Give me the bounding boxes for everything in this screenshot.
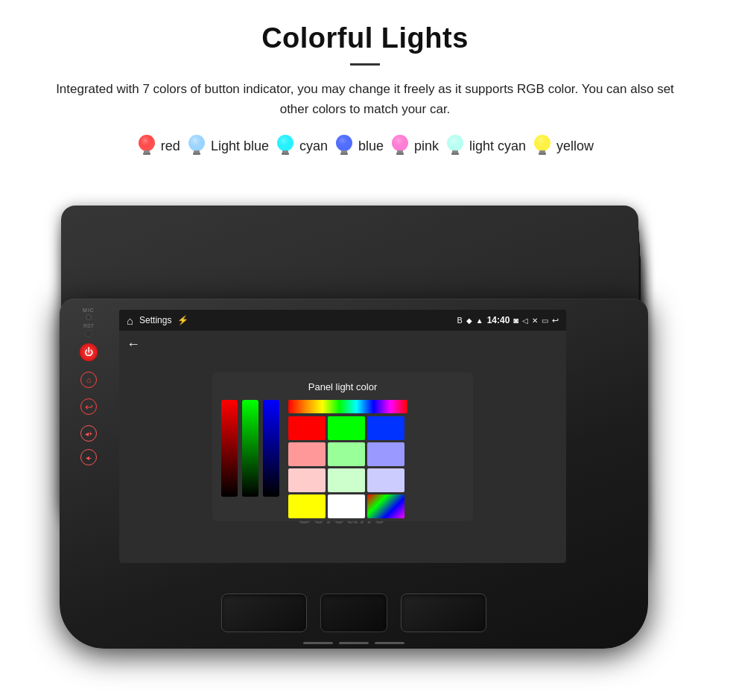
page-container: Colorful Lights Integrated with 7 colors…	[0, 0, 730, 700]
svg-point-21	[447, 135, 463, 151]
slider-green[interactable]	[242, 400, 258, 497]
rst-dot	[85, 330, 92, 337]
vent-lines	[303, 642, 404, 644]
panel-color-dialog: Panel light color	[212, 372, 473, 521]
slot-left	[221, 594, 307, 632]
color-label-cyan: cyan	[299, 139, 328, 154]
color-label-red: red	[161, 139, 180, 154]
color-palette	[288, 400, 407, 518]
screen-icon: ▭	[542, 316, 548, 325]
bluetooth-icon: B	[457, 316, 462, 325]
usb-icon-bar: ⚡	[177, 315, 188, 325]
color-cell-pale-red[interactable]	[288, 468, 326, 492]
screen-content: Seicane Seicane ← Panel light color	[119, 331, 566, 563]
svg-rect-27	[539, 153, 546, 155]
vol-down-button[interactable]: ◂-	[80, 449, 97, 465]
color-item-blue: blue	[334, 133, 384, 159]
dialog-title: Panel light color	[221, 381, 464, 392]
bulb-icon-red	[136, 133, 157, 159]
back-button[interactable]: ↩	[80, 398, 97, 415]
color-sliders	[221, 400, 279, 512]
color-cell-pale-blue[interactable]	[367, 468, 404, 492]
color-label-light-cyan: light cyan	[469, 139, 526, 154]
svg-rect-23	[451, 153, 459, 155]
status-bar-right: B ◆ ▲ 14:40 ◙ ◁ ✕ ▭ ↩	[457, 315, 559, 325]
slider-green-container	[242, 400, 258, 512]
radio-main: MIC RST ⏻ ⌂ ↩	[60, 299, 648, 649]
mic-label: MIC	[83, 308, 95, 313]
svg-rect-3	[143, 153, 150, 155]
color-cell-rainbow[interactable]	[367, 494, 404, 518]
svg-point-13	[336, 135, 352, 151]
radio-stack: MIC RST ⏻ ⌂ ↩	[60, 176, 670, 608]
home-button[interactable]: ⌂	[80, 372, 97, 388]
svg-rect-19	[396, 153, 404, 155]
page-title: Colorful Lights	[261, 22, 469, 54]
color-item-pink: pink	[390, 133, 439, 159]
slider-red-container	[221, 400, 238, 512]
color-item-light-blue: Light blue	[186, 133, 269, 159]
rst-label: RST	[83, 323, 94, 328]
color-cell-yellow[interactable]	[288, 494, 326, 518]
page-description: Integrated with 7 colors of button indic…	[45, 79, 685, 119]
bulb-icon-light-blue	[186, 133, 207, 159]
volume-icon: ◁	[522, 316, 528, 325]
color-cell-light-green[interactable]	[328, 442, 365, 466]
color-label-yellow: yellow	[556, 139, 594, 154]
color-list: red Light blue	[136, 133, 594, 159]
power-button[interactable]: ⏻	[80, 343, 98, 361]
bottom-slots	[221, 594, 486, 632]
color-item-red: red	[136, 133, 180, 159]
status-bar: ⌂ Settings ⚡ B ◆ ▲ 14:40 ◙ ◁ ✕ ▭	[119, 310, 566, 331]
bulb-icon-light-cyan	[445, 133, 466, 159]
bulb-icon-cyan	[275, 133, 296, 159]
color-cell-light-red[interactable]	[288, 442, 326, 466]
svg-point-1	[139, 135, 155, 151]
close-icon[interactable]: ✕	[532, 316, 538, 325]
android-back-icon[interactable]: ↩	[552, 316, 559, 325]
time-display: 14:40	[487, 315, 510, 325]
color-label-blue: blue	[358, 139, 384, 154]
color-item-yellow: yellow	[532, 133, 594, 159]
wifi-icon: ▲	[476, 316, 483, 325]
svg-rect-7	[193, 153, 200, 155]
device-showcase: MIC RST ⏻ ⌂ ↩	[30, 176, 700, 700]
color-label-light-blue: Light blue	[211, 139, 269, 154]
color-cell-light-blue[interactable]	[367, 442, 404, 466]
slider-red[interactable]	[221, 400, 238, 497]
color-grid	[288, 416, 407, 518]
color-label-pink: pink	[414, 139, 439, 154]
color-cell-green[interactable]	[328, 416, 365, 440]
bulb-icon-pink	[390, 133, 410, 159]
mic-dot	[86, 314, 92, 320]
slot-middle	[320, 594, 387, 632]
slider-blue[interactable]	[263, 400, 279, 497]
color-cell-red[interactable]	[288, 416, 326, 440]
slider-blue-container	[263, 400, 279, 512]
back-arrow[interactable]: ←	[127, 337, 140, 352]
color-item-light-cyan: light cyan	[445, 133, 526, 159]
camera-icon: ◙	[513, 316, 518, 325]
location-icon: ◆	[466, 316, 472, 325]
vol-up-button[interactable]: ◂+	[80, 425, 97, 442]
status-bar-left: ⌂ Settings ⚡	[127, 314, 188, 327]
color-item-cyan: cyan	[275, 133, 328, 159]
bulb-icon-blue	[334, 133, 355, 159]
dialog-content	[221, 400, 464, 518]
svg-rect-11	[282, 153, 289, 155]
screen-area: ⌂ Settings ⚡ B ◆ ▲ 14:40 ◙ ◁ ✕ ▭	[119, 310, 566, 563]
home-icon-bar[interactable]: ⌂	[127, 314, 133, 327]
color-cell-blue[interactable]	[367, 416, 404, 440]
settings-label-bar: Settings	[139, 315, 171, 325]
svg-point-25	[534, 135, 550, 151]
color-cell-pale-green[interactable]	[328, 468, 365, 492]
svg-point-9	[277, 135, 293, 151]
color-cell-white[interactable]	[328, 494, 365, 518]
rainbow-bar	[288, 400, 407, 413]
title-divider	[350, 63, 380, 66]
svg-rect-15	[340, 153, 348, 155]
slot-right	[401, 594, 486, 632]
svg-point-5	[188, 135, 205, 151]
svg-point-17	[392, 135, 408, 151]
bulb-icon-yellow	[532, 133, 553, 159]
